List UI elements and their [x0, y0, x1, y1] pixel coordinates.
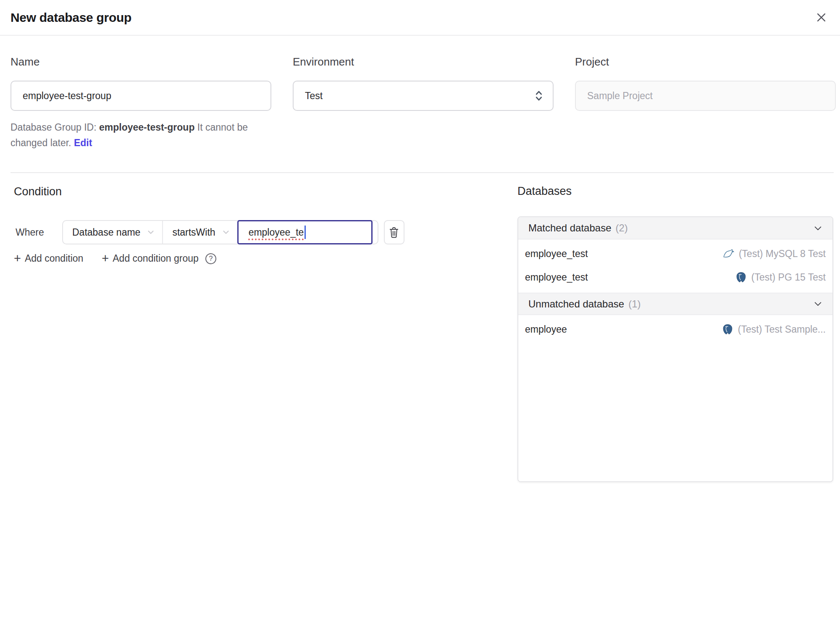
condition-operator-value: startsWith — [172, 227, 215, 238]
text-caret — [304, 226, 306, 239]
condition-value-text: employee_te — [249, 227, 304, 238]
database-instance: (Test) PG 15 Test — [735, 271, 826, 283]
unmatched-database-title: Unmatched database — [528, 298, 624, 310]
add-condition-label: Add condition — [25, 253, 83, 264]
matched-database-count: (2) — [615, 222, 627, 234]
plus-icon: + — [14, 252, 21, 265]
database-group-id-value: employee-test-group — [99, 122, 194, 133]
name-input[interactable] — [10, 81, 271, 111]
databases-heading: Databases — [517, 185, 572, 198]
unmatched-database-rows: employee (Test) Test Sample... — [518, 315, 832, 345]
condition-field-value: Database name — [72, 227, 140, 238]
database-instance-label: (Test) MySQL 8 Test — [739, 248, 826, 260]
database-name: employee_test — [525, 272, 588, 283]
form-row: Name Environment Test Project Sample Pro… — [10, 55, 836, 111]
condition-row: Where Database name startsWith employee_… — [16, 220, 404, 244]
environment-selected-value: Test — [305, 90, 323, 102]
database-instance-label: (Test) Test Sample... — [738, 324, 826, 335]
close-icon — [815, 11, 828, 24]
plus-icon: + — [102, 252, 109, 265]
database-instance-label: (Test) PG 15 Test — [751, 272, 826, 283]
chevron-up-down-icon — [534, 90, 543, 102]
name-field-group: Name — [10, 55, 271, 111]
mysql-icon — [723, 248, 735, 260]
condition-actions: + Add condition + Add condition group ? — [14, 252, 216, 265]
database-row: employee_test (Test) MySQL 8 Test — [518, 242, 832, 265]
add-condition-group-label: Add condition group — [113, 253, 199, 264]
condition-operator-select[interactable]: startsWith — [163, 221, 237, 244]
chevron-down-icon — [813, 299, 823, 309]
database-instance: (Test) Test Sample... — [722, 323, 826, 335]
condition-value-input[interactable]: employee_te — [237, 220, 373, 244]
matched-database-section-header[interactable]: Matched database (2) — [518, 217, 832, 239]
unmatched-database-count: (1) — [628, 298, 640, 310]
environment-label: Environment — [293, 55, 554, 68]
database-instance: (Test) MySQL 8 Test — [723, 248, 826, 260]
matched-database-rows: employee_test (Test) MySQL 8 Test employ… — [518, 239, 832, 293]
dialog-header: New database group — [0, 0, 840, 36]
edit-id-link[interactable]: Edit — [74, 137, 92, 148]
databases-panel: Matched database (2) employee_test (Test… — [517, 216, 833, 482]
chevron-down-icon — [146, 228, 155, 237]
unmatched-database-section-header[interactable]: Unmatched database (1) — [518, 293, 832, 315]
delete-condition-button[interactable] — [384, 220, 404, 244]
chevron-down-icon — [221, 228, 231, 237]
project-label: Project — [575, 55, 836, 68]
environment-field-group: Environment Test — [293, 55, 554, 111]
add-condition-group-button[interactable]: + Add condition group — [102, 252, 199, 265]
database-group-id-hint: Database Group ID: employee-test-group I… — [10, 120, 273, 151]
condition-heading: Condition — [14, 185, 62, 198]
postgres-icon — [722, 323, 734, 335]
project-field-group: Project Sample Project — [575, 55, 836, 111]
postgres-icon — [735, 271, 747, 283]
name-label: Name — [10, 55, 271, 68]
id-hint-prefix: Database Group ID: — [10, 122, 99, 133]
database-row: employee (Test) Test Sample... — [518, 318, 832, 341]
add-condition-button[interactable]: + Add condition — [14, 252, 83, 265]
database-name: employee_test — [525, 248, 588, 260]
new-database-group-dialog: New database group Name Environment Test — [0, 0, 840, 630]
condition-group-endpad — [373, 221, 378, 244]
project-select: Sample Project — [575, 81, 836, 111]
close-button[interactable] — [813, 9, 830, 26]
condition-field-select[interactable]: Database name — [63, 221, 163, 244]
chevron-down-icon — [813, 223, 823, 234]
database-row: employee_test (Test) PG 15 Test — [518, 265, 832, 289]
dialog-title: New database group — [10, 10, 131, 25]
condition-expression-group: Database name startsWith employee_te — [62, 220, 378, 244]
help-icon[interactable]: ? — [205, 253, 216, 264]
project-selected-value: Sample Project — [587, 90, 653, 102]
section-divider — [10, 172, 834, 173]
database-name: employee — [525, 324, 567, 335]
environment-select[interactable]: Test — [293, 81, 554, 111]
trash-icon — [388, 226, 399, 239]
matched-database-title: Matched database — [528, 222, 611, 234]
where-label: Where — [16, 227, 62, 238]
panel-empty-space — [518, 345, 832, 481]
